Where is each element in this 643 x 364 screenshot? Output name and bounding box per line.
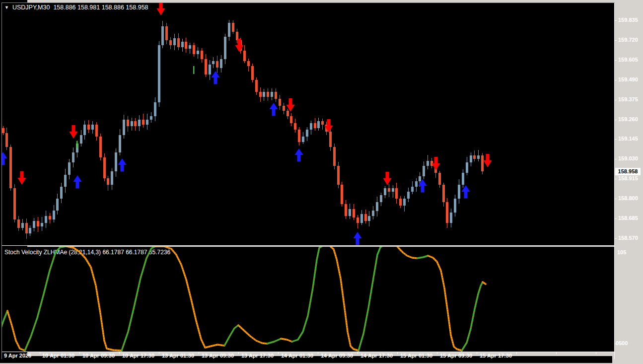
time-axis-tick	[516, 352, 517, 354]
arrow-head	[118, 158, 127, 165]
indicator-line-segment	[238, 325, 267, 344]
candle-body	[294, 123, 296, 130]
buy-signal-arrow-icon	[270, 103, 278, 116]
price-axis-tick	[615, 20, 617, 21]
arrow-head	[70, 132, 78, 139]
candle-body	[310, 123, 312, 130]
candle-body	[232, 23, 234, 31]
time-axis-tick	[397, 352, 398, 354]
arrow-head	[2, 152, 7, 158]
indicator-axis-tick	[615, 344, 617, 344]
arrow-head	[157, 8, 165, 15]
candle-body	[131, 121, 133, 126]
price-axis-label: 158.915	[618, 175, 638, 181]
candlestick-chart-canvas[interactable]	[2, 3, 614, 245]
time-axis-tick	[437, 352, 437, 354]
candle-body	[107, 178, 109, 185]
candle-body	[5, 133, 8, 147]
time-axis-label: 10 Apr 09:30	[82, 353, 115, 359]
price-axis-label: 159.835	[618, 17, 638, 23]
sell-signal-arrow-icon	[432, 157, 440, 170]
candle-body	[220, 59, 222, 68]
price-axis-label: 159.375	[618, 96, 638, 102]
candle-body	[446, 202, 448, 223]
candle-body	[345, 204, 347, 216]
candle-body	[119, 135, 121, 152]
candle-body	[321, 121, 324, 125]
time-axis-label: 15 Apr 17:30	[480, 353, 512, 359]
time-axis-label: 15 Apr 01:30	[400, 353, 432, 359]
arrow-shaft	[297, 155, 301, 162]
time-axis-label: 13 Apr 17:30	[241, 353, 274, 359]
candle-body	[146, 120, 148, 125]
sell-signal-arrow-icon	[157, 3, 165, 15]
arrow-head	[484, 160, 492, 167]
indicator-line-segment	[462, 282, 483, 351]
candle-body	[228, 23, 230, 37]
candle-body	[419, 176, 421, 181]
candle-body	[83, 125, 86, 135]
indicator-chart-canvas[interactable]	[2, 247, 614, 352]
candle-body	[161, 26, 164, 45]
candle-body	[360, 214, 363, 222]
indicator-line-segment	[7, 311, 25, 351]
price-axis-tick	[615, 120, 617, 120]
candle-body	[169, 40, 172, 45]
candle-body	[438, 173, 441, 185]
arrow-shaft	[464, 192, 468, 199]
candle-body	[372, 211, 374, 216]
indicator-signal-dotted-line	[238, 325, 267, 344]
candle-body	[60, 187, 63, 199]
candle-body	[333, 147, 336, 166]
time-axis-label: 14 Apr 01:30	[281, 353, 313, 359]
doji-mark	[193, 66, 195, 74]
candle-body	[68, 162, 71, 174]
candle-body	[317, 121, 320, 128]
candle-body	[341, 185, 343, 204]
price-axis-label: 158.685	[618, 215, 638, 221]
time-axis-label: 13 Apr 01:30	[162, 353, 194, 359]
arrow-shaft	[159, 3, 163, 9]
price-axis-label: 159.490	[618, 76, 638, 82]
candle-body	[473, 155, 476, 159]
candle-body	[103, 157, 106, 178]
time-axis-tick	[477, 352, 477, 354]
candle-body	[477, 155, 480, 159]
time-axis-tick	[199, 352, 199, 354]
candle-body	[314, 123, 316, 128]
candle-body	[403, 199, 406, 206]
indicator-line-segment	[122, 247, 155, 351]
doji-mark	[76, 141, 78, 148]
candle-body	[45, 216, 47, 223]
candle-body	[165, 26, 168, 40]
buy-signal-arrow-icon	[354, 232, 362, 245]
candle-body	[154, 102, 156, 116]
candle-body	[267, 92, 269, 97]
candle-body	[53, 211, 55, 219]
arrow-head	[295, 148, 303, 155]
candle-body	[298, 130, 300, 142]
price-axis-label: 158.800	[618, 195, 638, 201]
candle-body	[193, 45, 195, 54]
buy-signal-arrow-icon	[295, 148, 303, 162]
candle-body	[134, 121, 137, 126]
time-axis-tick	[278, 352, 279, 354]
indicator-line-segment	[396, 247, 417, 258]
sell-signal-arrow-icon	[383, 172, 392, 185]
arrow-shaft	[2, 158, 5, 165]
price-axis-tick	[615, 238, 617, 239]
candle-body	[150, 116, 152, 120]
candle-body	[64, 175, 67, 187]
candle-body	[87, 125, 90, 130]
candle-body	[454, 199, 456, 213]
candle-body	[9, 147, 12, 188]
time-axis-tick	[238, 352, 239, 354]
indicator-line-segment	[358, 247, 383, 351]
candle-body	[111, 171, 113, 185]
candle-body	[357, 218, 359, 222]
time-axis-label: 10 Apr 01:30	[42, 353, 74, 359]
sell-signal-arrow-icon	[18, 171, 26, 185]
price-axis-tick	[615, 199, 617, 199]
candle-body	[37, 221, 39, 226]
candle-body	[286, 111, 289, 116]
